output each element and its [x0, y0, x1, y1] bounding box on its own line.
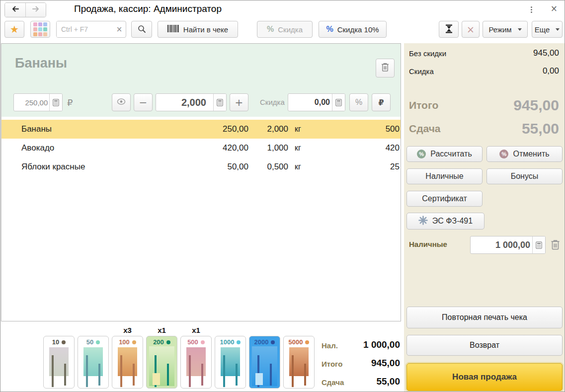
nav-group: [4, 2, 46, 17]
discount-summary-label: Скидка: [409, 67, 434, 76]
trash-icon: [381, 62, 390, 74]
favorites-button[interactable]: ★: [4, 21, 24, 38]
reprint-receipt-button[interactable]: Повторная печать чека: [406, 307, 563, 328]
banknote-10-button[interactable]: 10: [43, 336, 75, 389]
total-summary-value: 945,00: [513, 97, 559, 114]
new-sale-label: Новая продажа: [452, 372, 517, 382]
bonuses-button[interactable]: Бонусы: [486, 168, 563, 184]
discount-10-label: Скидка 10%: [337, 25, 379, 34]
mode-dropdown[interactable]: Режим: [483, 21, 528, 38]
catalog-grid-button[interactable]: [30, 21, 50, 38]
search-input[interactable]: [57, 21, 113, 37]
banknote-bar: [64, 364, 66, 386]
calculator-icon[interactable]: [49, 94, 62, 111]
es-fz-491-button[interactable]: ЭС ФЗ-491: [406, 213, 484, 230]
price-input[interactable]: [14, 94, 49, 111]
receipt-item-row[interactable]: Бананы250,002,000кг500: [1, 120, 401, 139]
banknote-bar: [270, 364, 272, 386]
calculator-icon[interactable]: [532, 236, 545, 253]
banknote-header: 100: [112, 338, 143, 346]
clear-cash-button[interactable]: [548, 238, 562, 253]
cash-amount-input[interactable]: [471, 236, 532, 253]
quantity-field-box: [156, 93, 227, 111]
cash-input-label: Наличные: [409, 240, 447, 248]
cash-input-box: [470, 236, 546, 254]
banknote-50-button[interactable]: 50: [78, 336, 109, 389]
banknote-bar: [223, 355, 225, 387]
delete-row-button[interactable]: [376, 59, 395, 78]
discount-ruble-button[interactable]: ₽: [372, 93, 391, 111]
discount-button-disabled[interactable]: % Скидка: [257, 21, 313, 38]
back-button[interactable]: [5, 3, 25, 17]
bonuses-label: Бонусы: [511, 172, 539, 181]
toolbar: ★ × Найти в чеке % Скидка: [0, 19, 565, 43]
banknote-100-button[interactable]: 100: [112, 336, 143, 389]
banknote-bar: [292, 355, 294, 387]
receipt-items-table: Бананы250,002,000кг500Авокадо420,001,000…: [1, 120, 401, 176]
find-in-receipt-label: Найти в чеке: [183, 25, 228, 34]
forward-button[interactable]: [25, 3, 46, 17]
banknote-bar: [236, 364, 238, 386]
banknote-bar: [133, 364, 135, 386]
change-summary-label: Сдача: [409, 123, 441, 135]
cancel-receipt-button[interactable]: ×: [462, 21, 480, 38]
postpone-receipt-button[interactable]: [439, 21, 459, 38]
banknote-500-button[interactable]: 500: [180, 336, 212, 389]
eye-icon: [117, 98, 126, 107]
item-price: 250,00: [193, 124, 248, 134]
quantity-input[interactable]: [156, 94, 213, 111]
banknote-200-button[interactable]: 200: [146, 336, 177, 389]
calculator-icon[interactable]: [213, 94, 226, 111]
discount-field-box: [288, 93, 345, 111]
chevron-down-icon: [518, 28, 522, 31]
banknote-column: 5000: [283, 326, 315, 389]
search-button[interactable]: [131, 21, 152, 38]
kebab-menu-icon[interactable]: [527, 5, 536, 14]
reprint-label: Повторная печать чека: [442, 313, 527, 322]
banknote-column: x1200: [146, 326, 177, 389]
cancel-discount-button[interactable]: % Отменить: [486, 146, 563, 162]
ruble-icon: ₽: [67, 97, 73, 108]
discount-input[interactable]: [288, 94, 332, 111]
more-dropdown[interactable]: Еще: [532, 21, 563, 38]
star-icon: ★: [10, 24, 19, 34]
item-price: 50,00: [193, 162, 248, 172]
banknote-dot-icon: [96, 340, 100, 344]
calculate-button[interactable]: % Рассчитать: [406, 146, 483, 162]
clear-search-icon[interactable]: ×: [113, 21, 126, 37]
banknote-5000-button[interactable]: 5000: [283, 336, 315, 389]
banknote-1000-button[interactable]: 1000: [215, 336, 246, 389]
receipt-item-row[interactable]: Авокадо420,001,000кг420: [1, 139, 401, 157]
cash-payment-button[interactable]: Наличные: [406, 168, 483, 184]
price-field-box: [13, 93, 63, 111]
item-unit: кг: [288, 144, 316, 153]
new-sale-button[interactable]: Новая продажа: [406, 363, 563, 391]
calculator-icon[interactable]: [332, 94, 345, 111]
item-total: 420: [316, 143, 400, 153]
receipt-item-row[interactable]: Яблоки красные50,000,500кг25: [1, 157, 401, 176]
view-product-button[interactable]: [112, 93, 131, 111]
discount-10-button[interactable]: % Скидка 10%: [319, 21, 387, 38]
quick-search-box: ×: [56, 21, 126, 38]
discount-percent-button[interactable]: %: [349, 93, 368, 111]
quantity-minus-button[interactable]: −: [134, 93, 153, 111]
change-value: 55,00: [321, 376, 400, 387]
item-unit: кг: [288, 125, 316, 134]
banknote-2000-button[interactable]: 2000: [249, 336, 280, 389]
find-in-receipt-button[interactable]: Найти в чеке: [158, 21, 238, 38]
grid-icon: [33, 22, 47, 36]
es-fz-491-label: ЭС ФЗ-491: [432, 217, 473, 226]
quantity-plus-button[interactable]: +: [230, 93, 248, 111]
banknote-count-label: x1: [192, 326, 200, 336]
close-icon[interactable]: ×: [551, 3, 558, 13]
calculate-label: Рассчитать: [430, 150, 472, 158]
banknote-value: 500: [187, 338, 198, 346]
refund-button[interactable]: Возврат: [406, 335, 563, 356]
item-qty: 2,000: [248, 124, 288, 134]
banknote-bar: [167, 364, 169, 386]
certificate-button[interactable]: Сертификат: [406, 191, 483, 207]
no-discount-label: Без скидки: [409, 49, 446, 58]
no-discount-value: 945,00: [533, 48, 559, 58]
banknote-bar: [86, 355, 88, 387]
product-name: Бананы: [15, 56, 67, 71]
